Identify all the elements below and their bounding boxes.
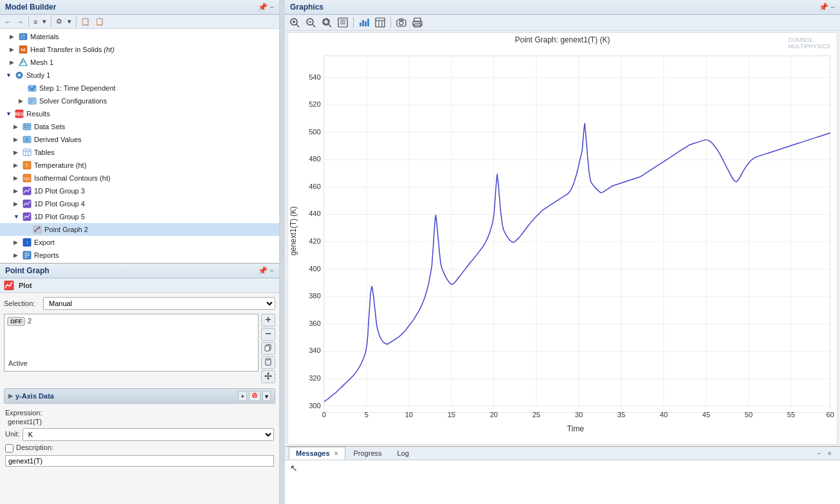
label-derived: Derived Values [34, 136, 82, 143]
paste-entry-btn[interactable] [261, 356, 275, 369]
bottom-close-btn[interactable]: × [826, 449, 834, 457]
tab-messages[interactable]: Messages × [289, 447, 345, 460]
list-btn[interactable]: ≡ [32, 17, 39, 27]
model-builder-header: Model Builder 📌 − [0, 0, 279, 15]
tree-item-plot5[interactable]: ▼ 1D Plot Group 5 [0, 210, 279, 223]
tree-item-solver[interactable]: ▶ Solver Configurations [0, 94, 279, 107]
svg-text:Σ: Σ [26, 137, 29, 143]
pg-minimize-btn[interactable]: − [269, 266, 274, 275]
tree-item-study[interactable]: ▼ Study 1 [0, 69, 279, 82]
tab-progress[interactable]: Progress [347, 447, 389, 460]
off-button[interactable]: OFF [7, 317, 25, 326]
svg-rect-52 [265, 346, 269, 351]
tree-item-temp[interactable]: ▶ T Temperature (ht) [0, 159, 279, 172]
graphics-controls: 📌 − [819, 3, 835, 12]
svg-text:540: 540 [309, 73, 321, 81]
unit-row: Unit: K °C °F [5, 428, 274, 441]
graphics-minimize-btn[interactable]: − [830, 3, 835, 12]
icon-reports [22, 250, 32, 260]
graphics-toolbar [285, 15, 840, 31]
left-panel: Model Builder 📌 − ← → ≡ ▾ ⚙ ▾ 📋 📋 [0, 0, 280, 504]
pin-icon[interactable]: 📌 [258, 3, 268, 12]
yaxis-section-header[interactable]: ▶ y-Axis Data + ▾ [4, 388, 275, 404]
tree-item-results[interactable]: ▼ RES Results [0, 107, 279, 120]
svg-text:30: 30 [575, 411, 583, 419]
tree-item-step1[interactable]: ▶ Step 1: Time Dependent [0, 82, 279, 94]
table-view-btn[interactable] [373, 16, 387, 29]
camera-btn[interactable] [394, 16, 408, 29]
yaxis-section-content: Expression: genext1(T) Unit: K °C °F Des… [4, 406, 275, 469]
copy-entry-btn[interactable] [261, 342, 275, 355]
unit-dropdown[interactable]: K °C °F [23, 428, 274, 441]
tree-item-iso[interactable]: ▶ ISO Isothermal Contours (ht) [0, 172, 279, 184]
bottom-minimize-btn[interactable]: − [815, 449, 823, 457]
tree-item-plot3[interactable]: ▶ 1D Plot Group 3 [0, 184, 279, 197]
desc-checkbox[interactable] [5, 444, 14, 453]
arrow-ht: ▶ [10, 46, 16, 53]
svg-text:320: 320 [309, 374, 321, 382]
paste-btn[interactable]: 📋 [93, 16, 106, 27]
yaxis-add-btn[interactable]: + [238, 391, 247, 401]
icon-derived: Σ [22, 134, 32, 145]
zoom-out-btn[interactable] [304, 16, 318, 29]
tab-progress-label: Progress [354, 449, 382, 457]
svg-text:440: 440 [309, 210, 321, 218]
tree-item-derived[interactable]: ▶ Σ Derived Values [0, 133, 279, 146]
tree-item-materials[interactable]: ▶ Materials [0, 30, 279, 43]
selection-box-wrapper: OFF 2 Active [4, 314, 259, 383]
settings-btn[interactable]: ⚙ [54, 16, 64, 27]
back-btn[interactable]: ← [3, 17, 14, 27]
tree-item-ht[interactable]: ▶ ht Heat Transfer in Solids (ht) [0, 43, 279, 56]
label-study: Study 1 [26, 71, 50, 79]
svg-rect-75 [338, 18, 347, 27]
tree-item-tables[interactable]: ▶ Tables [0, 146, 279, 159]
tree-item-mesh[interactable]: ▶ Mesh 1 [0, 56, 279, 69]
label-pg2: Point Graph 2 [44, 226, 88, 233]
vertical-resize-bar[interactable]: ⋮ [280, 0, 285, 504]
minimize-btn[interactable]: − [269, 3, 274, 12]
svg-text:420: 420 [309, 237, 321, 245]
print-btn[interactable] [410, 16, 425, 29]
icon-mesh [18, 57, 28, 68]
label-export: Export [34, 239, 55, 246]
arrow-datasets: ▶ [14, 123, 20, 130]
svg-point-62 [253, 394, 254, 395]
tab-log[interactable]: Log [390, 447, 416, 460]
bar-chart-btn[interactable] [357, 16, 371, 29]
pg-toolbar: Plot [0, 278, 279, 293]
pg-pin-icon[interactable]: 📌 [258, 266, 268, 275]
arrow-mesh: ▶ [10, 59, 16, 66]
tree-item-export[interactable]: ▶ ↑ Export [0, 236, 279, 249]
icon-materials [18, 32, 28, 42]
svg-marker-59 [264, 375, 266, 377]
plot-icon [4, 280, 14, 291]
zoom-extents-btn[interactable] [320, 16, 334, 29]
yaxis-down-btn[interactable]: ▾ [262, 391, 271, 401]
selection-dropdown[interactable]: Manual All points From list [43, 297, 275, 310]
tab-messages-close[interactable]: × [334, 450, 338, 457]
forward-btn[interactable]: → [15, 17, 26, 27]
zoom-in-btn[interactable] [288, 16, 302, 29]
settings-down-btn[interactable]: ▾ [66, 16, 73, 27]
add-entry-btn[interactable] [261, 314, 275, 327]
tree-item-plot4[interactable]: ▶ 1D Plot Group 4 [0, 197, 279, 210]
svg-line-73 [329, 24, 331, 27]
graphics-pin-icon[interactable]: 📌 [819, 3, 828, 12]
yaxis-color-btn[interactable] [249, 391, 260, 401]
move-entry-btn[interactable] [261, 370, 275, 383]
tree-item-reports[interactable]: ▶ Reports [0, 249, 279, 262]
selection-box: OFF 2 Active [4, 314, 259, 372]
svg-rect-21 [24, 127, 26, 128]
tree-item-datasets[interactable]: ▶ Data Sets [0, 120, 279, 133]
arrow-plot3: ▶ [14, 188, 20, 194]
remove-entry-btn[interactable] [261, 328, 275, 341]
list-down-btn[interactable]: ▾ [41, 16, 48, 27]
plot-btn[interactable]: Plot [17, 280, 34, 291]
model-builder-toolbar: ← → ≡ ▾ ⚙ ▾ 📋 📋 [0, 15, 279, 29]
comsol-logo: COMSOLMULTIPHYSICS [788, 37, 830, 50]
fit-btn[interactable] [336, 16, 350, 29]
copy-btn[interactable]: 📋 [79, 16, 92, 27]
svg-point-63 [255, 394, 257, 395]
arrow-plot4: ▶ [14, 201, 20, 207]
tree-item-pointgraph2[interactable]: ▶ Point Graph 2 [0, 223, 279, 236]
